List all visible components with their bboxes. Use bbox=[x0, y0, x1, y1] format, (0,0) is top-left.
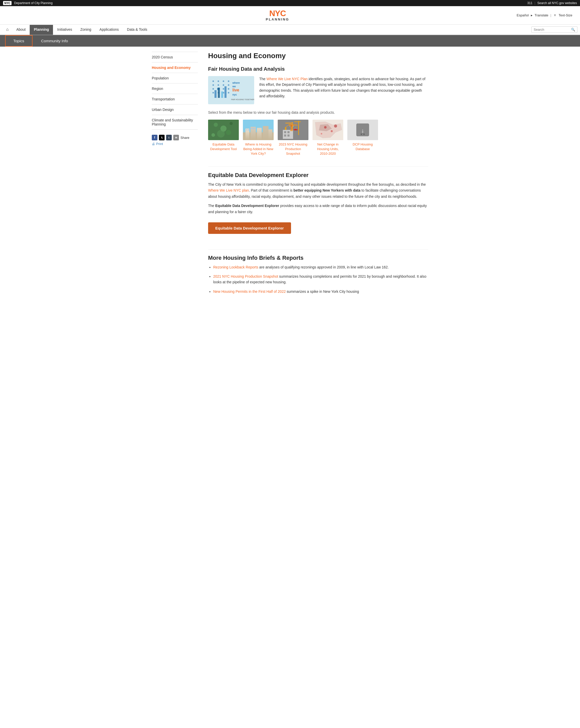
svg-text:live: live bbox=[232, 88, 239, 92]
more-housing-section: More Housing Info Briefs & Reports Rezon… bbox=[208, 255, 428, 294]
svg-rect-50 bbox=[284, 131, 286, 133]
svg-text:FAIR HOUSING TOGETHER: FAIR HOUSING TOGETHER bbox=[231, 99, 254, 100]
top-bar-right: 311 | Search all NYC.gov websites bbox=[527, 1, 577, 5]
top-bar-left: NYC Department of City Planning bbox=[3, 1, 53, 5]
main-content: Housing and Economy Fair Housing Data an… bbox=[203, 52, 428, 298]
section-divider bbox=[208, 166, 428, 167]
logo-planning-text: PLANNING bbox=[266, 18, 289, 21]
text-size-link[interactable]: Text-Size bbox=[559, 13, 572, 17]
more-housing-title: More Housing Info Briefs & Reports bbox=[208, 255, 428, 261]
svg-point-9 bbox=[213, 88, 214, 90]
explorer-para2: The Equitable Data Development Explorer … bbox=[208, 203, 428, 215]
print-link[interactable]: 🖨 Print bbox=[152, 142, 198, 146]
card-dcp[interactable]: ↓ DCP Housing Database bbox=[347, 120, 378, 156]
svg-point-13 bbox=[213, 92, 214, 94]
fair-housing-title: Fair Housing Data and Analysis bbox=[208, 66, 428, 72]
svg-point-7 bbox=[223, 84, 224, 86]
svg-point-16 bbox=[228, 92, 229, 94]
dept-name: Department of City Planning bbox=[14, 1, 53, 5]
svg-text:↓: ↓ bbox=[361, 127, 364, 134]
rezoning-link[interactable]: Rezoning Lookback Reports bbox=[213, 265, 258, 269]
nav-item-initiatives[interactable]: Initiatives bbox=[53, 25, 76, 35]
svg-text:where: where bbox=[232, 81, 240, 84]
language-link[interactable]: Español bbox=[517, 13, 529, 17]
svg-rect-33 bbox=[243, 120, 274, 140]
card-equitable[interactable]: Equitable Data Development Tool bbox=[208, 120, 239, 156]
explorer-cta-button[interactable]: Equitable Data Development Explorer bbox=[208, 222, 291, 234]
header-right: Español ▸ Translate | ▼ Text-Size bbox=[517, 13, 572, 17]
translate-link[interactable]: Translate bbox=[535, 13, 549, 17]
search-all-link[interactable]: Search all NYC.gov websites bbox=[537, 1, 577, 5]
svg-point-58 bbox=[331, 130, 333, 132]
email-icon[interactable]: ✉ bbox=[173, 135, 179, 140]
nav-home-button[interactable]: ⌂ bbox=[3, 25, 12, 35]
svg-rect-52 bbox=[284, 134, 286, 136]
section-divider2 bbox=[208, 249, 428, 250]
svg-rect-41 bbox=[248, 129, 249, 130]
tumblr-icon[interactable]: t bbox=[166, 135, 172, 140]
more-housing-list: Rezoning Lookback Reports are analyses o… bbox=[208, 264, 428, 294]
card-equitable-label: Equitable Data Development Tool bbox=[208, 142, 239, 151]
svg-rect-34 bbox=[243, 132, 274, 140]
sidebar-item-climate[interactable]: Climate and Sustainability Planning bbox=[152, 115, 198, 130]
page-title: Housing and Economy bbox=[208, 52, 428, 60]
where-we-live-logo[interactable]: where we live nyc FAIR HOUSING TOGETHER bbox=[208, 76, 254, 104]
svg-point-29 bbox=[229, 122, 233, 125]
card-housing-prod[interactable]: 2023 NYC Housing Production Snapshot bbox=[278, 120, 308, 156]
site-logo[interactable]: NYC PLANNING bbox=[266, 9, 289, 21]
card-net-change[interactable]: Net Change in Housing Units, 2010-2020 bbox=[312, 120, 343, 156]
list-item: New Housing Permits in the First Half of… bbox=[213, 289, 428, 294]
snapshot2021-link[interactable]: 2021 NYC Housing Production Snapshot bbox=[213, 274, 278, 279]
svg-rect-53 bbox=[287, 134, 289, 136]
subnav-topics[interactable]: Topics bbox=[5, 35, 32, 47]
sidebar-item-population[interactable]: Population bbox=[152, 73, 198, 83]
main-layout: 2020 Census Housing and Economy Populati… bbox=[149, 47, 431, 303]
phone-number: 311 bbox=[527, 1, 532, 5]
svg-point-32 bbox=[212, 133, 215, 137]
svg-rect-48 bbox=[285, 127, 286, 130]
translate-icon[interactable]: ▸ bbox=[531, 13, 533, 17]
wwl-plan-link2[interactable]: Where We Live NYC plan bbox=[208, 188, 249, 192]
svg-point-59 bbox=[321, 133, 322, 134]
svg-rect-40 bbox=[246, 129, 247, 130]
svg-point-57 bbox=[324, 126, 327, 129]
data-cards: Equitable Data Development Tool bbox=[208, 120, 428, 156]
search-icon[interactable]: 🔍 bbox=[571, 28, 575, 31]
svg-rect-55 bbox=[294, 122, 301, 122]
nav-item-about[interactable]: About bbox=[12, 25, 30, 35]
sidebar-item-transportation[interactable]: Transportation bbox=[152, 94, 198, 105]
social-share: f 𝕏 t ✉ Share bbox=[152, 135, 198, 140]
sidebar-item-region[interactable]: Region bbox=[152, 83, 198, 94]
search-input[interactable] bbox=[534, 28, 570, 31]
fair-housing-description: The Where We Live NYC Plan identifies go… bbox=[259, 76, 428, 104]
sidebar-item-housing[interactable]: Housing and Economy bbox=[152, 62, 198, 73]
nav-item-applications[interactable]: Applications bbox=[95, 25, 123, 35]
svg-rect-39 bbox=[269, 129, 272, 140]
permits2022-link[interactable]: New Housing Permits in the First Half of… bbox=[213, 289, 286, 293]
share-label: Share bbox=[181, 136, 189, 139]
logo-nyc-text: NYC bbox=[269, 9, 286, 18]
facebook-icon[interactable]: f bbox=[152, 135, 158, 140]
sidebar-item-census[interactable]: 2020 Census bbox=[152, 52, 198, 62]
svg-point-60 bbox=[334, 125, 337, 128]
nav-item-data-tools[interactable]: Data & Tools bbox=[123, 25, 151, 35]
explorer-section: Equitable Data Development Explorer The … bbox=[208, 172, 428, 241]
nav-item-planning[interactable]: Planning bbox=[30, 25, 53, 35]
search-box[interactable]: 🔍 bbox=[531, 26, 577, 33]
card-dcp-label: DCP Housing Database bbox=[347, 142, 378, 151]
svg-rect-46 bbox=[285, 123, 293, 124]
wwl-plan-link[interactable]: Where We Live NYC Plan bbox=[267, 77, 308, 81]
header: NYC PLANNING Español ▸ Translate | ▼ Tex… bbox=[0, 6, 580, 25]
card-where-img bbox=[243, 120, 274, 140]
nav-item-zoning[interactable]: Zoning bbox=[76, 25, 95, 35]
fair-housing-block: where we live nyc FAIR HOUSING TOGETHER … bbox=[208, 76, 428, 104]
sidebar: 2020 Census Housing and Economy Populati… bbox=[152, 52, 203, 298]
nyc-logo-small: NYC bbox=[3, 1, 11, 5]
sidebar-item-urban-design[interactable]: Urban Design bbox=[152, 105, 198, 115]
twitter-icon[interactable]: 𝕏 bbox=[159, 135, 165, 140]
svg-rect-37 bbox=[257, 128, 261, 140]
svg-rect-43 bbox=[253, 128, 255, 129]
subnav-community-info[interactable]: Community Info bbox=[33, 35, 76, 46]
card-where[interactable]: Where is Housing Being Added in New York… bbox=[243, 120, 274, 156]
top-bar: NYC Department of City Planning 311 | Se… bbox=[0, 0, 580, 6]
